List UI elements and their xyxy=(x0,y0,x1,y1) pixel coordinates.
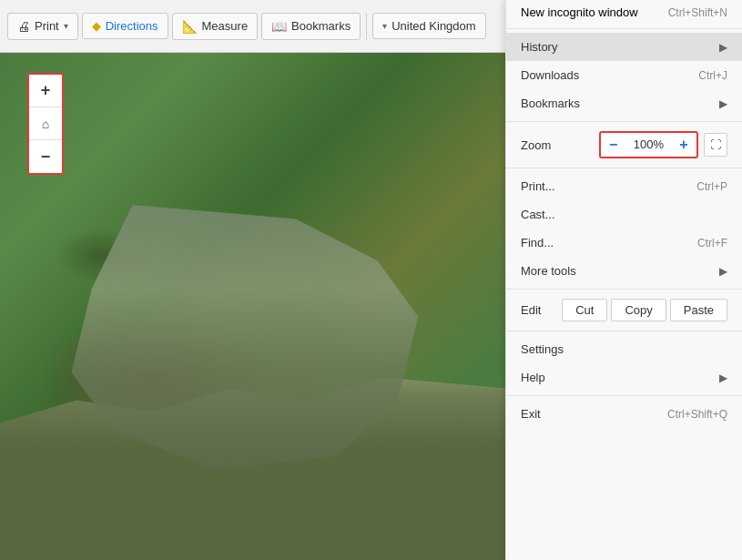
new-incognito-label: New incognito window xyxy=(521,5,638,19)
zoom-controls: − 100% + xyxy=(599,131,698,158)
bookmarks-menu-item[interactable]: Bookmarks ▶ xyxy=(506,89,742,117)
history-menu-item[interactable]: History ▶ xyxy=(506,33,742,61)
exit-shortcut: Ctrl+Shift+Q xyxy=(667,408,727,421)
region-dropdown-arrow: ▾ xyxy=(382,21,387,31)
zoom-minus-button[interactable]: − xyxy=(601,133,626,157)
menu-separator-1 xyxy=(506,28,742,29)
print-dropdown-arrow: ▾ xyxy=(64,21,68,31)
measure-label: Measure xyxy=(202,19,249,33)
find-menu-item[interactable]: Find... Ctrl+F xyxy=(506,229,742,257)
zoom-plus-button[interactable]: + xyxy=(671,133,696,157)
new-incognito-item[interactable]: New incognito window Ctrl+Shift+N xyxy=(506,0,742,25)
edit-label: Edit xyxy=(521,303,558,317)
new-incognito-shortcut: Ctrl+Shift+N xyxy=(668,6,727,19)
print-shortcut: Ctrl+P xyxy=(696,180,727,193)
downloads-label: Downloads xyxy=(521,68,691,82)
zoom-row: Zoom − 100% + ⛶ xyxy=(506,126,742,164)
print-icon: 🖨 xyxy=(17,19,30,34)
exit-menu-item[interactable]: Exit Ctrl+Shift+Q xyxy=(506,400,742,428)
map-container[interactable] xyxy=(0,53,510,560)
menu-separator-4 xyxy=(506,289,742,290)
bookmarks-arrow: ▶ xyxy=(719,97,727,110)
find-label: Find... xyxy=(521,236,690,249)
history-label: History xyxy=(521,40,719,54)
menu-separator-6 xyxy=(506,395,742,396)
zoom-label: Zoom xyxy=(521,138,599,152)
settings-label: Settings xyxy=(521,342,727,356)
measure-button[interactable]: 📐 Measure xyxy=(172,13,259,40)
exit-label: Exit xyxy=(521,407,660,421)
print-button[interactable]: 🖨 Print ▾ xyxy=(7,13,78,40)
zoom-in-button[interactable]: + xyxy=(29,75,62,107)
more-tools-label: More tools xyxy=(521,264,719,278)
menu-separator-3 xyxy=(506,168,742,168)
print-menu-label: Print... xyxy=(521,179,689,193)
bookmarks-button[interactable]: 📖 Bookmarks xyxy=(261,13,361,40)
cast-menu-item[interactable]: Cast... xyxy=(506,200,742,229)
edit-row: Edit Cut Copy Paste xyxy=(506,293,742,327)
zoom-value: 100% xyxy=(626,133,671,157)
more-tools-menu-item[interactable]: More tools ▶ xyxy=(506,257,742,285)
help-label: Help xyxy=(521,371,719,384)
measure-icon: 📐 xyxy=(182,19,198,34)
fullscreen-button[interactable]: ⛶ xyxy=(704,133,727,157)
map-controls: + ⌂ − xyxy=(27,73,64,175)
paste-button[interactable]: Paste xyxy=(670,299,727,321)
bookmarks-label: Bookmarks xyxy=(291,19,351,33)
home-button[interactable]: ⌂ xyxy=(29,107,62,140)
bookmarks-icon: 📖 xyxy=(271,19,287,34)
bookmarks-menu-label: Bookmarks xyxy=(521,97,719,110)
toolbar-divider xyxy=(366,13,367,40)
directions-button[interactable]: ◆ Directions xyxy=(82,13,168,39)
settings-menu-item[interactable]: Settings xyxy=(506,335,742,363)
find-shortcut: Ctrl+F xyxy=(697,237,727,249)
more-tools-arrow: ▶ xyxy=(719,265,727,278)
region-button[interactable]: ▾ United Kingdom xyxy=(372,13,486,39)
history-arrow: ▶ xyxy=(719,41,727,54)
copy-button[interactable]: Copy xyxy=(611,299,666,321)
home-icon: ⌂ xyxy=(42,117,49,131)
print-label: Print xyxy=(35,19,59,33)
directions-label: Directions xyxy=(106,19,158,33)
cast-label: Cast... xyxy=(521,208,727,221)
map-background xyxy=(0,53,510,560)
help-arrow: ▶ xyxy=(719,372,727,384)
menu-separator-2 xyxy=(506,121,742,122)
cut-button[interactable]: Cut xyxy=(562,299,607,321)
fullscreen-icon: ⛶ xyxy=(710,138,721,151)
downloads-menu-item[interactable]: Downloads Ctrl+J xyxy=(506,61,742,89)
toolbar: 🖨 Print ▾ ◆ Directions 📐 Measure 📖 Bookm… xyxy=(0,0,510,53)
chrome-menu: New incognito window Ctrl+Shift+N Histor… xyxy=(505,0,742,560)
downloads-shortcut: Ctrl+J xyxy=(698,69,727,82)
help-menu-item[interactable]: Help ▶ xyxy=(506,363,742,392)
region-label: United Kingdom xyxy=(391,19,476,33)
menu-separator-5 xyxy=(506,331,742,331)
directions-icon: ◆ xyxy=(92,19,101,33)
print-menu-item[interactable]: Print... Ctrl+P xyxy=(506,172,742,200)
zoom-out-button[interactable]: − xyxy=(29,140,62,173)
